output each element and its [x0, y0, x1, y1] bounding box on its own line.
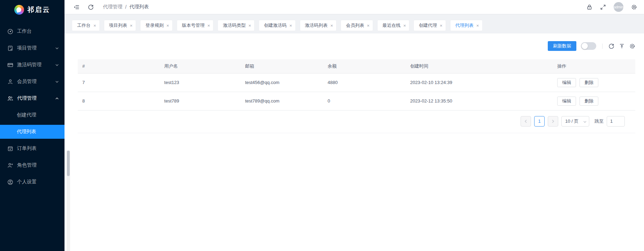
column-header: 用户名 — [160, 59, 241, 73]
chevron-left-icon — [524, 120, 528, 123]
column-header: 创建时间 — [406, 59, 553, 73]
tab-label: 最近在线 — [382, 22, 401, 29]
sidebar-item-members[interactable]: 会员管理 — [0, 75, 65, 89]
jump-to-label: 跳至 — [594, 118, 604, 124]
sidebar-item-profile[interactable]: 个人设置 — [0, 175, 65, 189]
profile-icon — [7, 179, 13, 185]
cell-username: test123 — [160, 73, 241, 92]
page-size-value: 10 / 页 — [565, 118, 578, 124]
tab-激活码类型[interactable]: 激活码类型× — [218, 20, 255, 31]
sidebar: 祁启云 工作台项目管理激活码管理会员管理代理管理创建代理代理列表订单列表角色管理… — [0, 0, 65, 251]
sidebar-item-agent-list[interactable]: 代理列表 — [0, 125, 65, 139]
tab-激活码列表[interactable]: 激活码列表× — [300, 20, 337, 31]
close-icon[interactable]: × — [248, 23, 251, 28]
sidebar-item-activation-codes[interactable]: 激活码管理 — [0, 58, 65, 72]
member-icon — [7, 79, 13, 85]
edit-button[interactable]: 编辑 — [557, 97, 576, 106]
tab-label: 创建激活码 — [264, 22, 287, 29]
lock-icon[interactable] — [586, 4, 592, 10]
fullscreen-icon[interactable] — [600, 4, 606, 10]
delete-button[interactable]: 删除 — [579, 78, 598, 87]
close-icon[interactable]: × — [166, 23, 169, 28]
chevron-right-icon — [551, 120, 555, 123]
sidebar-item-orders[interactable]: 订单列表 — [0, 142, 65, 155]
toolbar-divider — [602, 44, 603, 49]
sidebar-item-projects[interactable]: 项目管理 — [0, 41, 65, 55]
scrollbar-track[interactable] — [67, 151, 70, 251]
reload-table-icon[interactable] — [608, 43, 614, 49]
sidebar-item-workbench[interactable]: 工作台 — [0, 24, 65, 38]
tab-登录规则[interactable]: 登录规则× — [140, 20, 173, 31]
avatar[interactable]: admin — [614, 2, 623, 12]
table-card: 刷新数据 — [78, 41, 635, 133]
close-icon[interactable]: × — [403, 23, 406, 28]
refresh-data-button[interactable]: 刷新数据 — [548, 41, 576, 51]
close-icon[interactable]: × — [476, 23, 479, 28]
sidebar-item-agents[interactable]: 代理管理 — [0, 91, 65, 105]
tab-最近在线[interactable]: 最近在线× — [377, 20, 410, 31]
sidebar-item-label: 项目管理 — [17, 45, 37, 51]
cell-username: test789 — [160, 92, 241, 110]
close-icon[interactable]: × — [207, 23, 210, 28]
prev-page-button[interactable] — [521, 116, 531, 127]
breadcrumb-section[interactable]: 代理管理 — [103, 4, 122, 10]
cell-created: 2023-02-12 13:35:50 — [406, 92, 553, 110]
tab-label: 登录规则 — [145, 22, 164, 29]
table-body: 7test123test456@qq.com48802023-02-10 13:… — [78, 73, 635, 110]
table-row: 7test123test456@qq.com48802023-02-10 13:… — [78, 73, 635, 92]
close-icon[interactable]: × — [331, 23, 333, 28]
breadcrumb-current: 代理列表 — [129, 4, 149, 10]
tab-label: 版本号管理 — [182, 22, 205, 29]
close-icon[interactable]: × — [367, 23, 370, 28]
table-toolbar: 刷新数据 — [78, 41, 635, 51]
cell-created: 2023-02-10 13:24:39 — [406, 73, 553, 92]
settings-gear-icon[interactable] — [631, 4, 637, 10]
close-icon[interactable]: × — [93, 23, 96, 28]
cell-id: 8 — [78, 92, 160, 110]
chevron-down-icon — [583, 120, 586, 123]
tab-创建代理[interactable]: 创建代理× — [414, 20, 446, 31]
tab-版本号管理[interactable]: 版本号管理× — [177, 20, 214, 31]
scrollbar-thumb[interactable] — [67, 151, 70, 176]
tab-工作台[interactable]: 工作台× — [72, 20, 100, 31]
column-header: 操作 — [553, 59, 635, 73]
align-top-icon[interactable] — [619, 43, 625, 49]
chevron-down-icon — [55, 80, 59, 84]
page-size-select[interactable]: 10 / 页 — [561, 116, 589, 127]
page-content: 刷新数据 — [65, 33, 644, 251]
jump-to-input[interactable] — [607, 116, 625, 127]
role-icon — [7, 162, 13, 168]
sidebar-item-label: 工作台 — [17, 28, 32, 35]
tab-label: 激活码类型 — [223, 22, 245, 29]
tab-会员列表[interactable]: 会员列表× — [341, 20, 373, 31]
delete-button[interactable]: 删除 — [579, 97, 598, 106]
column-header: 邮箱 — [241, 59, 323, 73]
sidebar-item-create-agent[interactable]: 创建代理 — [0, 108, 65, 122]
sidebar-item-label: 会员管理 — [17, 78, 37, 85]
brand-name: 祁启云 — [28, 5, 51, 14]
edit-button[interactable]: 编辑 — [557, 78, 576, 87]
sidebar-item-label: 个人设置 — [17, 179, 37, 185]
project-icon — [7, 45, 13, 51]
close-icon[interactable]: × — [289, 23, 292, 28]
tab-创建激活码[interactable]: 创建激活码× — [259, 20, 296, 31]
close-icon[interactable]: × — [130, 23, 133, 28]
cell-balance: 4880 — [323, 73, 406, 92]
refresh-page-icon[interactable] — [88, 4, 94, 10]
cell-actions: 编辑删除 — [553, 92, 635, 110]
main-column: 代理管理 / 代理列表 admin — [65, 0, 644, 251]
page-number-button[interactable]: 1 — [534, 116, 545, 127]
close-icon[interactable]: × — [440, 23, 442, 28]
tab-代理列表[interactable]: 代理列表× — [450, 20, 483, 31]
menu-fold-icon[interactable] — [74, 4, 79, 10]
column-header: 余额 — [323, 59, 406, 73]
sidebar-item-roles[interactable]: 角色管理 — [0, 158, 65, 172]
sidebar-item-label: 代理管理 — [17, 95, 37, 101]
table-row: 8test789test789@qq.com02023-02-12 13:35:… — [78, 92, 635, 110]
next-page-button[interactable] — [548, 116, 558, 127]
column-settings-gear-icon[interactable] — [629, 43, 635, 49]
breadcrumb: 代理管理 / 代理列表 — [103, 4, 149, 10]
stripe-toggle[interactable] — [581, 42, 596, 50]
brand-logo-icon — [14, 5, 24, 15]
tab-项目列表[interactable]: 项目列表× — [104, 20, 136, 31]
